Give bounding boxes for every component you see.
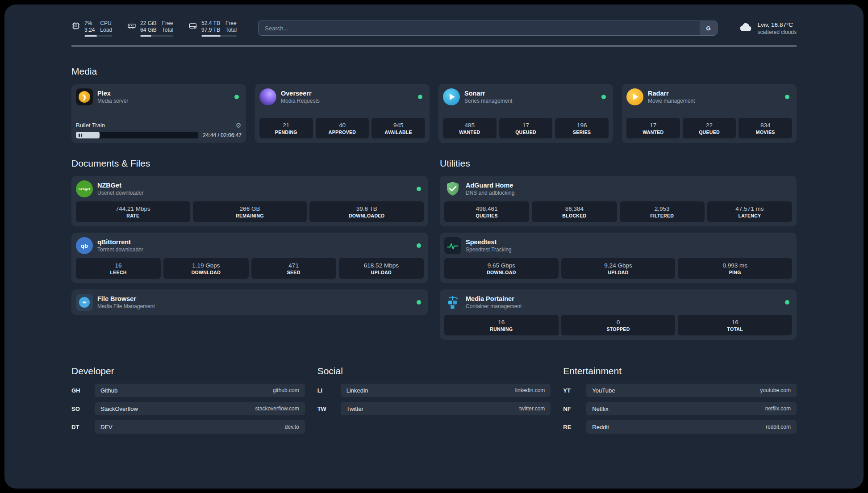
weather-location: Lviv, 16.87°C bbox=[758, 21, 797, 28]
service-desc: Usenet downloader bbox=[97, 190, 143, 196]
cpu-label2: Load bbox=[100, 27, 112, 33]
qbittorrent-icon: qb bbox=[76, 237, 93, 254]
sonarr-icon bbox=[443, 88, 460, 105]
bookmark-link-dev[interactable]: DEV dev.to bbox=[95, 420, 305, 434]
bookmark-link-stackoverflow[interactable]: StackOverflow stackoverflow.com bbox=[95, 402, 305, 415]
stat-tile: 16 LEECH bbox=[76, 258, 161, 279]
stat-tile: 9.24 Gbps UPLOAD bbox=[561, 258, 676, 279]
bookmark-row: DT DEV dev.to bbox=[71, 420, 305, 434]
service-desc: Media Requests bbox=[281, 98, 320, 104]
bookmark-link-github[interactable]: Github github.com bbox=[95, 384, 305, 397]
stat-tile: 0 STOPPED bbox=[561, 315, 676, 335]
divider bbox=[71, 46, 797, 46]
status-dot bbox=[785, 300, 789, 305]
nzbget-icon: nzbget bbox=[76, 180, 93, 197]
service-link-nzbget[interactable]: NZBGet Usenet downloader bbox=[97, 182, 143, 196]
memory-bar bbox=[140, 35, 173, 37]
radarr-icon bbox=[626, 88, 643, 105]
service-link-radarr[interactable]: Radarr Movie management bbox=[648, 90, 695, 104]
adguard-shield-icon bbox=[444, 180, 461, 197]
weather-widget: Lviv, 16.87°C scattered clouds bbox=[739, 20, 797, 36]
now-playing-title: Bullet Train bbox=[76, 122, 105, 129]
disk-total: 97.9 TB bbox=[201, 27, 220, 33]
playback-progress-bar[interactable] bbox=[76, 132, 198, 138]
service-name: File Browser bbox=[97, 295, 155, 302]
service-card-adguard: AdGuard Home DNS and adblocking 498,461 … bbox=[440, 176, 797, 226]
status-dot bbox=[417, 243, 421, 248]
stat-tile: 196 SERIES bbox=[555, 118, 609, 138]
bookmark-row: GH Github github.com bbox=[71, 384, 305, 397]
cpu-widget: 7% 3.24 CPU Load bbox=[71, 20, 112, 37]
search-input[interactable] bbox=[258, 21, 699, 36]
disk-label-free: Free bbox=[225, 20, 237, 27]
service-name: Sonarr bbox=[464, 90, 512, 97]
bookmark-abbr: DT bbox=[71, 424, 88, 430]
plex-icon bbox=[76, 88, 93, 105]
dashboard: 7% 3.24 CPU Load 22 GiB bbox=[4, 4, 864, 489]
stat-tile: 1.19 Gbps DOWNLOAD bbox=[163, 258, 248, 279]
stat-tile: 2,953 FILTERED bbox=[620, 201, 705, 222]
disk-free: 52.4 TB bbox=[201, 20, 220, 27]
service-link-qbittorrent[interactable]: qBittorrent Torrent downloader bbox=[97, 238, 143, 253]
service-link-overseerr[interactable]: Overseerr Media Requests bbox=[281, 90, 320, 104]
memory-widget: 22 GiB 64 GiB Free Total bbox=[127, 20, 173, 37]
bookmark-group-developer: Developer GH Github github.com SO StackO… bbox=[71, 366, 305, 439]
status-dot bbox=[417, 300, 421, 305]
service-link-adguard[interactable]: AdGuard Home DNS and adblocking bbox=[466, 182, 514, 196]
bookmark-group-entertainment: Entertainment YT YouTube youtube.com NF … bbox=[563, 366, 797, 439]
bookmark-abbr: YT bbox=[563, 387, 580, 394]
disk-bar bbox=[201, 35, 237, 37]
service-link-filebrowser[interactable]: File Browser Media File Management bbox=[97, 295, 155, 309]
status-dot bbox=[418, 95, 422, 99]
bookmark-group-title: Entertainment bbox=[563, 366, 797, 376]
bookmark-abbr: GH bbox=[71, 387, 88, 394]
gear-icon[interactable] bbox=[236, 122, 242, 129]
section-title-media: Media bbox=[71, 66, 797, 77]
service-card-speedtest: Speedtest Speedtest Tracking 9.65 Gbps D… bbox=[440, 233, 797, 283]
pause-icon[interactable] bbox=[79, 134, 82, 137]
service-link-plex[interactable]: Plex Media server bbox=[97, 90, 128, 104]
search-provider-button[interactable]: G bbox=[700, 21, 718, 36]
service-link-portainer[interactable]: Media Portainer Container management bbox=[466, 295, 522, 309]
service-card-qbittorrent: qb qBittorrent Torrent downloader 16 LEE… bbox=[71, 233, 428, 283]
stat-tile: 744.21 Mbps RATE bbox=[76, 201, 190, 222]
stat-tile: 834 MOVIES bbox=[739, 118, 792, 138]
cpu-percent: 7% bbox=[84, 20, 95, 27]
search-bar: G bbox=[258, 21, 717, 36]
service-card-sonarr: Sonarr Series management 485 WANTED 17 Q… bbox=[438, 84, 613, 143]
stat-tile: 17 WANTED bbox=[626, 118, 680, 138]
bookmark-link-youtube[interactable]: YouTube youtube.com bbox=[586, 384, 797, 397]
service-name: Plex bbox=[97, 90, 128, 97]
service-desc: Container management bbox=[466, 303, 522, 309]
service-name: Radarr bbox=[648, 90, 695, 97]
service-card-portainer: Media Portainer Container management 16 … bbox=[440, 289, 797, 340]
bookmark-link-linkedin[interactable]: LinkedIn linkedin.com bbox=[341, 384, 551, 397]
portainer-icon bbox=[444, 294, 461, 311]
cpu-loadavg: 3.24 bbox=[84, 27, 95, 33]
service-desc: Media server bbox=[97, 98, 128, 104]
service-link-speedtest[interactable]: Speedtest Speedtest Tracking bbox=[466, 238, 512, 253]
cpu-bar bbox=[84, 35, 112, 37]
stat-tile: 39.6 TB DOWNLOADED bbox=[309, 201, 424, 222]
service-name: AdGuard Home bbox=[466, 182, 514, 189]
stat-tile: 0.993 ms PING bbox=[678, 258, 792, 279]
service-name: qBittorrent bbox=[97, 238, 143, 246]
memory-icon bbox=[127, 21, 136, 30]
bookmark-link-twitter[interactable]: Twitter twitter.com bbox=[341, 402, 551, 415]
service-card-radarr: Radarr Movie management 17 WANTED 22 QUE… bbox=[622, 84, 797, 143]
bookmark-row: TW Twitter twitter.com bbox=[317, 402, 551, 415]
service-card-filebrowser: File Browser Media File Management bbox=[71, 289, 428, 315]
service-desc: Media File Management bbox=[97, 303, 155, 309]
bookmark-link-reddit[interactable]: Reddit reddit.com bbox=[586, 420, 797, 434]
service-name: Overseerr bbox=[281, 90, 320, 97]
topbar: 7% 3.24 CPU Load 22 GiB bbox=[71, 18, 797, 38]
memory-free: 22 GiB bbox=[140, 20, 157, 27]
service-desc: Speedtest Tracking bbox=[466, 246, 512, 253]
service-link-sonarr[interactable]: Sonarr Series management bbox=[464, 90, 512, 104]
status-dot bbox=[234, 95, 239, 99]
section-title-documents: Documents & Files bbox=[71, 158, 428, 169]
memory-label-total: Total bbox=[162, 27, 173, 33]
bookmark-link-netflix[interactable]: Netflix netflix.com bbox=[586, 402, 797, 415]
bookmark-row: SO StackOverflow stackoverflow.com bbox=[71, 402, 305, 415]
filebrowser-icon bbox=[76, 294, 93, 311]
